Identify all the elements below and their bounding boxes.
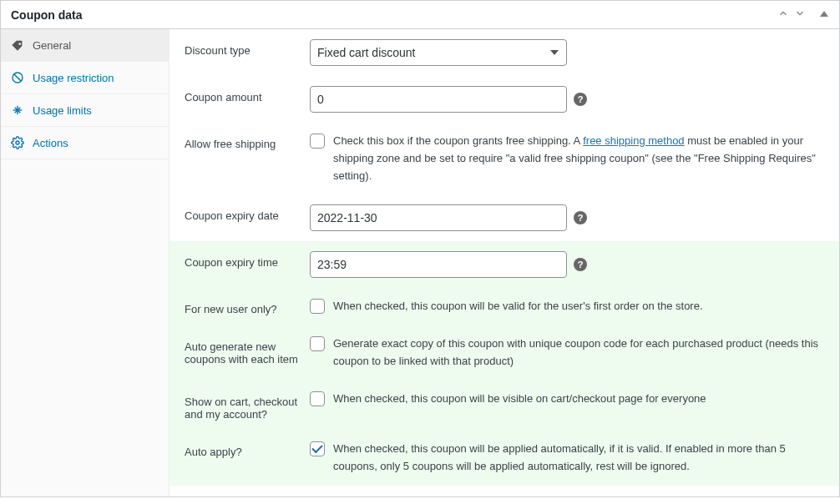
field-row-auto-apply: Auto apply? When checked, this coupon wi…	[170, 431, 839, 486]
field-row-auto-generate: Auto generate new coupons with each item…	[170, 325, 839, 381]
field-label: Auto apply?	[185, 441, 310, 458]
sidebar-item-label: Usage limits	[33, 104, 92, 117]
field-label: Show on cart, checkout and my account?	[185, 391, 310, 421]
auto-apply-checkbox[interactable]	[310, 441, 325, 456]
field-row-expiry-time: Coupon expiry time ?	[170, 241, 839, 288]
panel-controls	[777, 8, 829, 22]
move-down-icon[interactable]	[794, 8, 806, 22]
help-icon[interactable]: ?	[574, 93, 587, 106]
field-label: Coupon expiry date	[185, 204, 310, 222]
auto-generate-desc: Generate exact copy of this coupon with …	[333, 335, 824, 370]
field-row-new-user: For new user only? When checked, this co…	[170, 288, 839, 325]
sidebar-item-label: Usage restriction	[33, 72, 114, 84]
svg-line-2	[14, 74, 21, 81]
sidebar-item-label: Actions	[33, 137, 68, 149]
field-row-show-cart: Show on cart, checkout and my account? W…	[170, 381, 839, 431]
sidebar-item-general[interactable]: General	[1, 29, 169, 62]
svg-marker-0	[820, 11, 828, 17]
coupon-amount-input[interactable]	[310, 86, 567, 113]
coupon-data-panel: Coupon data General Usage restriction Us…	[0, 0, 840, 497]
field-row-coupon-amount: Coupon amount ?	[170, 76, 839, 123]
panel-title: Coupon data	[11, 8, 83, 22]
sidebar-item-label: General	[33, 39, 71, 52]
gear-icon	[11, 136, 24, 149]
expiry-date-input[interactable]	[310, 204, 567, 231]
panel-sidebar: General Usage restriction Usage limits A…	[1, 29, 170, 496]
help-icon[interactable]: ?	[574, 258, 587, 271]
auto-apply-desc: When checked, this coupon will be applie…	[333, 441, 824, 476]
field-label: Discount type	[185, 39, 310, 57]
field-row-free-shipping: Allow free shipping Check this box if th…	[170, 123, 839, 194]
show-cart-desc: When checked, this coupon will be visibl…	[333, 391, 706, 408]
free-shipping-checkbox[interactable]	[310, 134, 325, 149]
panel-header: Coupon data	[1, 1, 839, 29]
free-shipping-link[interactable]: free shipping method	[583, 134, 684, 147]
field-label: Auto generate new coupons with each item	[185, 335, 310, 365]
field-label: Coupon expiry time	[185, 251, 310, 269]
field-label: Allow free shipping	[185, 133, 310, 150]
help-icon[interactable]: ?	[574, 211, 587, 224]
block-icon	[11, 71, 24, 84]
move-up-icon[interactable]	[777, 8, 789, 22]
field-row-discount-type: Discount type Fixed cart discount	[170, 29, 839, 76]
show-cart-checkbox[interactable]	[310, 391, 325, 406]
sidebar-item-usage-limits[interactable]: Usage limits	[1, 94, 169, 127]
field-label: Coupon amount	[185, 86, 310, 103]
field-row-expiry-date: Coupon expiry date ?	[170, 194, 839, 241]
free-shipping-desc: Check this box if the coupon grants free…	[333, 133, 824, 184]
limits-icon	[11, 103, 24, 117]
new-user-checkbox[interactable]	[310, 299, 325, 314]
panel-main: Discount type Fixed cart discount Coupon…	[170, 29, 839, 496]
expiry-time-input[interactable]	[310, 251, 567, 278]
svg-point-7	[16, 141, 19, 144]
panel-body: General Usage restriction Usage limits A…	[1, 29, 839, 496]
field-label: For new user only?	[185, 298, 310, 315]
discount-type-select[interactable]: Fixed cart discount	[310, 39, 567, 66]
new-user-desc: When checked, this coupon will be valid …	[333, 298, 703, 315]
sidebar-item-actions[interactable]: Actions	[1, 127, 169, 159]
auto-generate-checkbox[interactable]	[310, 336, 325, 351]
sidebar-item-usage-restriction[interactable]: Usage restriction	[1, 62, 169, 94]
tag-icon	[11, 38, 24, 52]
toggle-panel-icon[interactable]	[819, 8, 829, 21]
